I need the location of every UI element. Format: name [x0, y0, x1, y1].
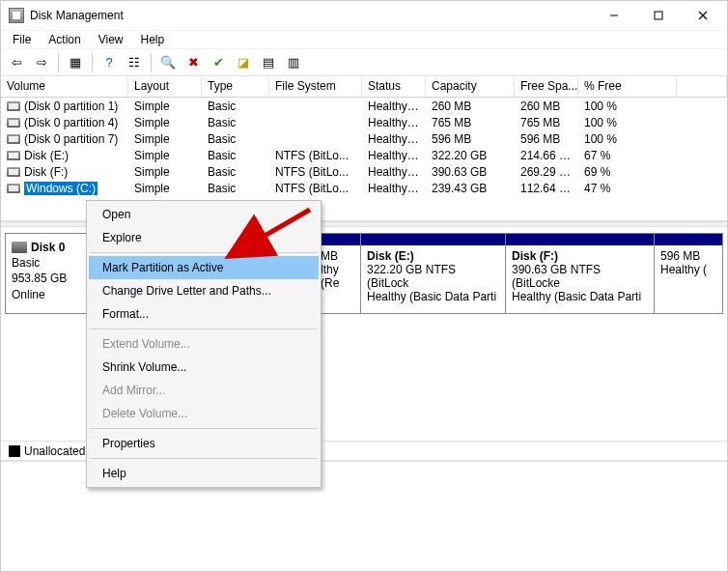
volume-cell: 260 MB	[515, 100, 578, 113]
menu-bar: File Action View Help	[1, 30, 727, 49]
partition-line3: Healthy (	[660, 263, 716, 276]
volume-row[interactable]: (Disk 0 partition 7)SimpleBasicHealthy (…	[1, 130, 727, 147]
cm-format[interactable]: Format...	[89, 302, 319, 326]
volume-cell: Basic	[202, 165, 269, 179]
help-button[interactable]: ?	[98, 52, 121, 73]
volume-cell: NTFS (BitLo...	[269, 182, 362, 195]
volume-cell: 239.43 GB	[426, 182, 515, 195]
volume-cell: 596 MB	[515, 132, 578, 146]
cm-mark-partition-active[interactable]: Mark Partition as Active	[89, 256, 319, 279]
col-capacity[interactable]: Capacity	[426, 76, 515, 98]
partition-block[interactable]: Disk (E:) 322.20 GB NTFS (BitLock Health…	[361, 234, 506, 313]
drive-icon	[7, 134, 20, 144]
col-type[interactable]: Type	[202, 76, 269, 98]
col-status[interactable]: Status	[362, 76, 426, 98]
volume-cell: Basic	[202, 100, 269, 113]
toolbar-separator	[92, 53, 93, 72]
volume-cell: Simple	[128, 165, 202, 179]
delete-button[interactable]: ✖	[182, 52, 205, 73]
disk-size: 953.85 GB	[12, 271, 93, 286]
volume-row[interactable]: Windows (C:)SimpleBasicNTFS (BitLo...Hea…	[1, 180, 727, 196]
volume-cell: Healthy (R...	[362, 116, 426, 129]
cm-explore[interactable]: Explore	[89, 226, 319, 249]
cm-separator	[90, 458, 318, 459]
col-filesystem[interactable]: File System	[269, 76, 362, 98]
cm-delete-volume: Delete Volume...	[89, 402, 319, 425]
volume-cell: 100 %	[578, 132, 677, 146]
title-bar: Disk Management	[1, 1, 727, 30]
partition-header-bar	[506, 234, 654, 245]
volume-row[interactable]: (Disk 0 partition 1)SimpleBasicHealthy (…	[1, 98, 727, 114]
delete-icon: ✖	[188, 56, 199, 69]
volume-cell: (Disk 0 partition 4)	[1, 116, 128, 129]
col-volume[interactable]: Volume	[1, 76, 128, 98]
disk-status: Online	[12, 287, 93, 302]
arrow-right-icon: ⇨	[37, 56, 47, 69]
volume-cell: Disk (E:)	[1, 149, 128, 162]
volume-cell: 596 MB	[426, 132, 515, 146]
cm-change-drive-letter[interactable]: Change Drive Letter and Paths...	[89, 279, 319, 302]
list-button[interactable]: ☷	[123, 52, 146, 73]
maximize-button[interactable]	[636, 2, 681, 29]
volume-cell: 67 %	[578, 149, 677, 162]
volume-cell: 390.63 GB	[426, 165, 515, 179]
pane-bottom-button[interactable]: ▤	[257, 52, 280, 73]
cm-add-mirror: Add Mirror...	[89, 379, 319, 402]
forward-button[interactable]: ⇨	[30, 52, 53, 73]
menu-view[interactable]: View	[91, 32, 131, 47]
pane-icon: ▤	[263, 56, 274, 69]
volume-row[interactable]: Disk (E:)SimpleBasicNTFS (BitLo...Health…	[1, 147, 727, 163]
pane2-icon: ▥	[288, 56, 299, 69]
volume-row[interactable]: Disk (F:)SimpleBasicNTFS (BitLo...Health…	[1, 163, 727, 180]
toolbar-separator	[58, 53, 59, 72]
search-button[interactable]: 🔍	[156, 52, 180, 73]
volume-cell: 260 MB	[426, 100, 515, 113]
cm-separator	[90, 252, 318, 253]
legend-unallocated: Unallocated	[9, 444, 85, 458]
back-button[interactable]: ⇦	[5, 52, 28, 73]
partition-block[interactable]: MB lthy (Re	[315, 234, 361, 313]
views-button[interactable]: ▦	[64, 52, 87, 73]
new-button[interactable]: ◪	[232, 52, 255, 73]
cm-properties[interactable]: Properties	[89, 432, 319, 455]
partition-header-bar	[315, 234, 360, 245]
volume-cell: Simple	[128, 100, 202, 113]
drive-icon	[7, 101, 20, 111]
menu-help[interactable]: Help	[133, 32, 173, 47]
help-icon: ?	[105, 56, 112, 69]
pane-top-button[interactable]: ▥	[282, 52, 305, 73]
volume-cell: 322.20 GB	[426, 149, 515, 162]
check-button[interactable]: ✔	[207, 52, 230, 73]
minimize-button[interactable]	[592, 2, 636, 29]
cm-help[interactable]: Help	[89, 462, 319, 485]
volume-cell: Simple	[128, 116, 202, 129]
col-layout[interactable]: Layout	[128, 76, 202, 98]
volume-cell: 47 %	[578, 182, 677, 195]
cm-shrink-volume[interactable]: Shrink Volume...	[89, 356, 319, 379]
cm-extend-volume: Extend Volume...	[89, 332, 319, 356]
new-icon: ◪	[238, 56, 249, 69]
cm-open[interactable]: Open	[89, 203, 319, 226]
partition-block[interactable]: 596 MB Healthy (	[655, 234, 722, 313]
menu-action[interactable]: Action	[41, 32, 88, 47]
cm-separator	[90, 329, 318, 329]
disk-icon	[12, 242, 27, 253]
volume-row[interactable]: (Disk 0 partition 4)SimpleBasicHealthy (…	[1, 114, 727, 130]
volume-cell: NTFS (BitLo...	[269, 165, 362, 179]
disk-strip: MB lthy (Re Disk (E:) 322.20 GB NTFS (Bi…	[314, 233, 723, 314]
col-pctfree[interactable]: % Free	[578, 76, 677, 98]
volume-cell: 214.66 GB	[515, 149, 578, 162]
volume-cell: Basic	[202, 149, 269, 162]
close-button[interactable]	[681, 2, 725, 29]
list-icon: ☷	[128, 56, 140, 69]
toolbar-separator	[151, 53, 152, 72]
disk-name: Disk 0	[31, 241, 65, 254]
menu-file[interactable]: File	[5, 32, 39, 47]
partition-title: Disk (F:)	[512, 249, 648, 263]
partition-block[interactable]: Disk (F:) 390.63 GB NTFS (BitLocke Healt…	[506, 234, 655, 313]
volume-cell: 112.64 GB	[515, 182, 578, 195]
drive-icon	[7, 184, 20, 193]
context-menu: Open Explore Mark Partition as Active Ch…	[86, 200, 322, 488]
col-freespace[interactable]: Free Spa...	[515, 76, 578, 98]
partition-line2: 322.20 GB NTFS (BitLock	[367, 263, 499, 290]
